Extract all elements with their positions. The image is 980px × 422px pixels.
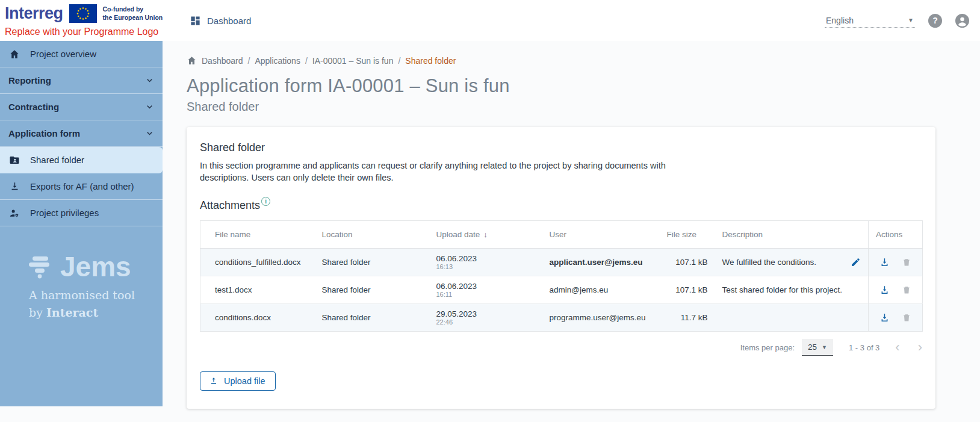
column-user[interactable]: User: [542, 221, 660, 249]
account-icon[interactable]: [955, 14, 969, 28]
cell-upload-date: 29.05.2023 22:46: [429, 304, 542, 332]
download-file-icon[interactable]: [879, 285, 890, 295]
page-title: Application form IA-00001 – Sun is fun: [187, 75, 980, 97]
column-description[interactable]: Description: [715, 221, 869, 249]
programme-logo-block: Interreg Co-funded by the European Union…: [0, 0, 176, 37]
sidebar-item-label: Application form: [8, 128, 134, 138]
chevron-down-icon: [143, 76, 155, 85]
cell-location: Shared folder: [315, 276, 429, 304]
nav-dashboard[interactable]: Dashboard: [189, 15, 251, 26]
jems-hive-icon: [29, 253, 55, 279]
breadcrumb-item-project[interactable]: IA-00001 – Sun is fun: [312, 56, 394, 66]
download-icon: [8, 181, 20, 191]
sidebar: Project overview Reporting Contracting A…: [0, 41, 163, 406]
table-row: test1.docx Shared folder 06.06.2023 16:1…: [200, 276, 923, 304]
chevron-down-icon: ▼: [822, 344, 827, 350]
cell-file-name: conditions.docx: [200, 304, 315, 332]
previous-page-icon[interactable]: ‹: [895, 341, 899, 354]
column-upload-date[interactable]: Upload date↓: [429, 221, 542, 249]
page-subtitle: Shared folder: [187, 100, 980, 114]
cell-description: [715, 304, 869, 332]
sidebar-item-shared-folder[interactable]: Shared folder: [0, 147, 163, 173]
language-select[interactable]: English ▼: [825, 14, 915, 28]
paginator: Items per page: 25 ▼ 1 - 3 of 3 ‹ ›: [200, 339, 922, 356]
download-file-icon[interactable]: [879, 257, 890, 267]
main-content: Dashboard / Applications / IA-00001 – Su…: [163, 41, 980, 409]
upload-icon: [209, 376, 219, 386]
sidebar-item-reporting[interactable]: Reporting: [0, 67, 163, 94]
delete-file-icon[interactable]: [902, 257, 911, 267]
dashboard-grid-icon: [189, 15, 201, 26]
sidebar-item-label: Contracting: [8, 102, 134, 112]
breadcrumb: Dashboard / Applications / IA-00001 – Su…: [187, 55, 980, 66]
cell-actions: [869, 276, 923, 304]
sidebar-item-application-form[interactable]: Application form: [0, 120, 163, 147]
cell-user: programme.user@jems.eu: [542, 304, 660, 332]
breadcrumb-current: Shared folder: [405, 56, 456, 66]
sidebar-item-exports[interactable]: Exports for AF (and other): [0, 173, 163, 200]
top-header: Interreg Co-funded by the European Union…: [0, 0, 980, 41]
jems-logo: Jems A harmonised tool by Interact: [29, 253, 163, 321]
cell-upload-date: 06.06.2023 16:13: [429, 249, 542, 276]
breadcrumb-item-dashboard[interactable]: Dashboard: [202, 56, 243, 66]
home-icon: [8, 49, 20, 60]
edit-description-icon[interactable]: [851, 257, 861, 267]
column-file-size[interactable]: File size: [660, 221, 715, 249]
help-icon[interactable]: ?: [928, 14, 942, 28]
column-actions: Actions: [869, 221, 923, 249]
cell-file-name: conditions_fulfilled.docx: [200, 249, 315, 276]
manage-accounts-icon: [8, 208, 20, 219]
cell-actions: [869, 249, 923, 276]
cell-location: Shared folder: [315, 249, 429, 276]
upload-file-button[interactable]: Upload file: [200, 371, 276, 391]
sidebar-item-label: Project overview: [30, 49, 155, 59]
items-per-page-label: Items per page:: [740, 343, 795, 352]
jems-tagline: A harmonised tool by Interact: [29, 287, 163, 321]
chevron-down-icon: [143, 129, 155, 138]
chevron-down-icon: ▼: [908, 17, 914, 23]
cell-file-size: 11.7 kB: [660, 304, 715, 332]
card-description: In this section programme and applicants…: [200, 160, 687, 184]
sort-desc-icon: ↓: [483, 230, 488, 239]
breadcrumb-home-icon[interactable]: [187, 55, 197, 66]
jems-wordmark: Jems: [60, 255, 131, 279]
cell-upload-date: 06.06.2023 16:11: [429, 276, 542, 304]
delete-file-icon[interactable]: [902, 312, 911, 323]
column-location[interactable]: Location: [315, 221, 429, 249]
cell-description: We fulfilled the conditions.: [715, 249, 869, 276]
sidebar-item-contracting[interactable]: Contracting: [0, 94, 163, 120]
sidebar-item-label: Exports for AF (and other): [30, 181, 155, 191]
interreg-logo: Interreg: [5, 4, 63, 23]
cell-actions: [869, 304, 923, 332]
next-page-icon[interactable]: ›: [918, 341, 922, 354]
programme-logo-placeholder: Replace with your Programme Logo: [5, 26, 176, 37]
sidebar-item-label: Reporting: [8, 75, 134, 85]
cell-user: applicant.user@jems.eu: [542, 249, 660, 276]
cell-user: admin@jems.eu: [542, 276, 660, 304]
table-row: conditions_fulfilled.docx Shared folder …: [200, 249, 923, 276]
paginator-range: 1 - 3 of 3: [849, 343, 879, 352]
chevron-down-icon: [143, 102, 155, 111]
cell-description: Test shared folder for this project.: [715, 276, 869, 304]
shared-folder-icon: [8, 155, 20, 166]
breadcrumb-item-applications[interactable]: Applications: [255, 56, 300, 66]
nav-dashboard-label: Dashboard: [207, 16, 251, 26]
cell-location: Shared folder: [315, 304, 429, 332]
column-file-name[interactable]: File name: [200, 221, 315, 249]
eu-cofunded-text: Co-funded by the European Union: [103, 5, 163, 21]
download-file-icon[interactable]: [879, 312, 890, 323]
attachments-table: File name Location Upload date↓ User Fil…: [200, 220, 923, 332]
info-icon[interactable]: i: [261, 197, 270, 206]
card-heading: Shared folder: [200, 141, 922, 154]
items-per-page-select[interactable]: 25 ▼: [802, 339, 833, 356]
cell-file-size: 107.1 kB: [660, 249, 715, 276]
sidebar-item-project-privileges[interactable]: Project privileges: [0, 200, 163, 226]
cell-file-size: 107.1 kB: [660, 276, 715, 304]
sidebar-item-project-overview[interactable]: Project overview: [0, 41, 163, 67]
attachments-heading: Attachments: [200, 199, 260, 212]
table-row: conditions.docx Shared folder 29.05.2023…: [200, 304, 923, 332]
language-selected: English: [826, 16, 854, 25]
delete-file-icon[interactable]: [902, 285, 911, 295]
eu-flag-icon: [69, 4, 97, 23]
cell-file-name: test1.docx: [200, 276, 315, 304]
